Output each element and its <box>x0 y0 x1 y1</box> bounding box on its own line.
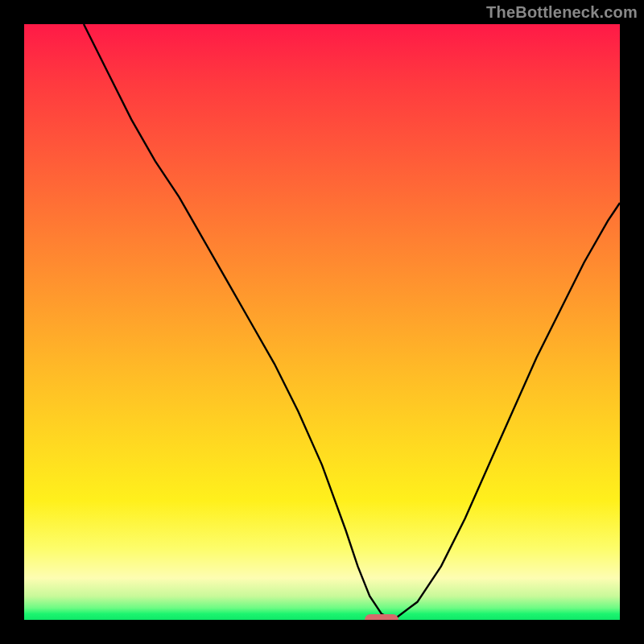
chart-frame: TheBottleneck.com <box>0 0 644 644</box>
optimal-marker <box>365 614 398 620</box>
bottleneck-curve <box>84 24 620 620</box>
watermark-text: TheBottleneck.com <box>486 3 638 22</box>
curve-svg <box>24 24 620 620</box>
plot-area <box>24 24 620 620</box>
